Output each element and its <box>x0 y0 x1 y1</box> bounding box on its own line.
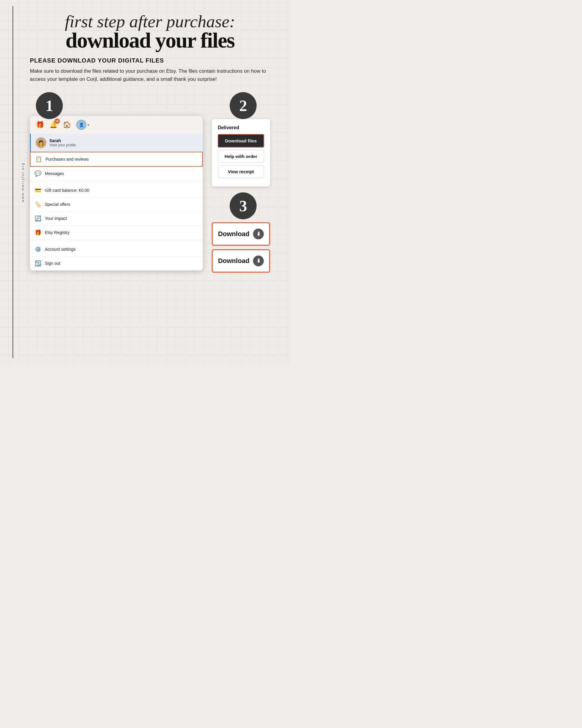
step3-number: 3 <box>230 192 257 219</box>
menu-item-label: Your impact <box>45 216 67 221</box>
menu-profile[interactable]: 👩 Sarah View your profile <box>30 134 203 152</box>
menu-item-messages[interactable]: 💬 Messages <box>30 167 203 181</box>
menu-item-purchases[interactable]: 📋 Purchases and reviews <box>30 152 203 167</box>
header-section: first step after purchase: download your… <box>24 9 276 51</box>
delivered-label: Delivered <box>218 125 264 130</box>
signout-icon: ↩️ <box>35 260 41 267</box>
settings-icon: ⚙️ <box>35 246 41 253</box>
home-icon: 🏠 <box>63 121 71 129</box>
download-icon-1: ⬇ <box>253 229 264 239</box>
profile-link: View your profile <box>49 143 76 147</box>
download-button-1[interactable]: Download ⬇ <box>212 222 270 246</box>
content-area: PLEASE DOWNLOAD YOUR DIGITAL FILES Make … <box>24 57 276 276</box>
menu-item-yourimpact[interactable]: 🔄 Your impact <box>30 212 203 226</box>
menu-item-label: Sign out <box>45 261 60 266</box>
download-button-2[interactable]: Download ⬇ <box>212 249 270 272</box>
view-receipt-button[interactable]: View receipt <box>218 165 264 178</box>
notification-badge: 50 <box>54 119 60 124</box>
avatar: 👤 <box>76 120 86 130</box>
menu-item-label: Special offers <box>45 202 70 207</box>
left-border <box>12 6 13 358</box>
step3-section: 3 Download ⬇ Download ⬇ <box>212 192 270 276</box>
help-with-order-button[interactable]: Help with order <box>218 150 264 163</box>
etsy-topbar: 🎁 🔔 50 🏠 👤 ▾ <box>30 116 203 134</box>
registry-icon: 🎁 <box>35 229 41 236</box>
main-title: download your files <box>24 30 276 51</box>
menu-item-label: Account settings <box>45 247 76 252</box>
right-column: 2 Delivered Download files Help with ord… <box>212 92 270 276</box>
purchases-icon: 📋 <box>35 156 42 162</box>
download-files-button[interactable]: Download files <box>218 134 264 148</box>
step1-number: 1 <box>36 92 63 119</box>
avatar-dropdown[interactable]: 👤 ▾ <box>76 120 89 130</box>
notification-wrapper: 🔔 50 <box>49 121 57 129</box>
steps-container: 1 🎁 🔔 50 🏠 👤 ▾ <box>30 92 270 276</box>
menu-item-specialoffers[interactable]: 🏷️ Special offers <box>30 198 203 212</box>
step2-number: 2 <box>230 92 257 119</box>
profile-name: Sarah <box>49 138 76 143</box>
menu-item-giftcard[interactable]: 💳 Gift card balance: €0.00 <box>30 183 203 198</box>
download-label-1: Download <box>218 230 249 238</box>
profile-avatar: 👩 <box>35 137 46 148</box>
menu-item-label: Purchases and reviews <box>46 157 89 162</box>
yourimpact-icon: 🔄 <box>35 215 41 222</box>
step1-section: 1 🎁 🔔 50 🏠 👤 ▾ <box>30 92 203 270</box>
menu-item-label: Messages <box>45 171 64 176</box>
subtitle: PLEASE DOWNLOAD YOUR DIGITAL FILES <box>30 57 270 64</box>
menu-divider <box>30 182 203 182</box>
gift-icon: 🎁 <box>36 121 44 129</box>
download-label-2: Download <box>218 257 249 265</box>
etsy-menu: 🎁 🔔 50 🏠 👤 ▾ 👩 <box>30 116 203 270</box>
specialoffers-icon: 🏷️ <box>35 201 41 208</box>
menu-item-registry[interactable]: 🎁 Etsy Registry <box>30 226 203 240</box>
profile-info: Sarah View your profile <box>49 138 76 147</box>
download-icon-2: ⬇ <box>253 256 264 266</box>
menu-divider2 <box>30 241 203 241</box>
giftcard-icon: 💳 <box>35 187 41 193</box>
page-wrapper: www.marryful.org first step after purcha… <box>0 0 291 364</box>
menu-item-settings[interactable]: ⚙️ Account settings <box>30 242 203 256</box>
step2-section: 2 Delivered Download files Help with ord… <box>212 92 270 186</box>
chevron-down-icon: ▾ <box>88 123 89 127</box>
menu-item-label: Gift card balance: €0.00 <box>45 188 89 193</box>
watermark: www.marryful.org <box>21 162 25 202</box>
step2-panel: Delivered Download files Help with order… <box>212 119 270 186</box>
menu-item-signout[interactable]: ↩️ Sign out <box>30 256 203 270</box>
description: Make sure to download the files related … <box>30 67 270 83</box>
messages-icon: 💬 <box>35 170 41 177</box>
menu-item-label: Etsy Registry <box>45 230 70 235</box>
